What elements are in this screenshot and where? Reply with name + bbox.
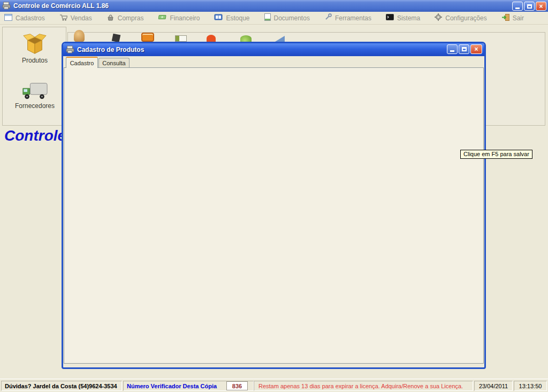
menu-sair[interactable]: Sair [501, 14, 524, 22]
status-date: 23/04/2011 [474, 381, 513, 391]
menu-compras[interactable]: Compras [106, 14, 144, 22]
status-time: 13:13:50 [514, 381, 547, 391]
maximize-button[interactable] [524, 2, 535, 11]
dialog-close-button[interactable]: × [470, 44, 482, 54]
wrench-icon [324, 13, 332, 22]
terminal-icon [386, 14, 394, 22]
toolbar-partial-icon [207, 35, 216, 42]
close-button[interactable]: × [536, 2, 546, 11]
money-icon [158, 14, 166, 22]
minimize-button[interactable] [512, 2, 523, 11]
book-icon [214, 14, 223, 22]
menu-ferramentas[interactable]: Ferramentas [324, 13, 371, 22]
menu-sistema[interactable]: Sistema [386, 14, 420, 22]
statusbar: Dúvidas? Jardel da Costa (54)9624-3534 N… [0, 379, 548, 392]
menubar: Cadastros Vendas Compras Financeiro Esto… [0, 12, 548, 25]
cadastro-produtos-dialog: Cadastro de Produtos × Cadastro Consulta… [62, 42, 486, 369]
toolbar-partial-icon [112, 34, 121, 43]
dialog-title: Cadastro de Produtos [77, 46, 144, 53]
tab-page-cadastro [64, 67, 484, 364]
tab-consulta[interactable]: Consulta [98, 58, 130, 68]
exit-icon [501, 14, 509, 22]
dialog-icon [66, 45, 74, 55]
basket-icon [106, 14, 115, 22]
dialog-maximize-button[interactable] [459, 44, 469, 54]
toolbar-partial-icon [240, 35, 252, 42]
menu-cadastros[interactable]: Cadastros [4, 14, 45, 22]
products-box-icon [22, 49, 47, 57]
salvar-tooltip: Clique em F5 para salvar [460, 150, 532, 159]
window-title: Controle de Comércio ALL 1.86 [13, 2, 109, 10]
menu-documentos[interactable]: Documentos [264, 13, 310, 22]
dialog-titlebar: Cadastro de Produtos × [63, 43, 484, 56]
form-icon [4, 14, 12, 22]
app-window: Controle de Comércio ALL 1.86 × Cadastro… [0, 0, 548, 392]
document-icon [264, 13, 271, 22]
main-titlebar: Controle de Comércio ALL 1.86 × [0, 0, 548, 12]
menu-configuracoes[interactable]: Configurações [435, 13, 486, 22]
toolbar-partial-icon [141, 33, 154, 42]
cart-icon [59, 14, 67, 22]
status-license-warning: Restam apenas 13 dias para expirar a lic… [254, 381, 473, 391]
sidebar-item-label: Fornecedores [5, 102, 64, 110]
menu-vendas[interactable]: Vendas [59, 14, 92, 22]
status-verifier: Número Verificador Desta Cópia 836 [123, 381, 254, 391]
sidebar-item-label: Produtos [5, 57, 64, 64]
verifier-value: 836 [226, 381, 248, 390]
sidebar-item-fornecedores[interactable]: Fornecedores [5, 81, 64, 110]
toolbar-partial-icon [74, 30, 85, 42]
sidebar-item-produtos[interactable]: Produtos [5, 30, 64, 64]
tab-cadastro[interactable]: Cadastro [66, 57, 98, 68]
dialog-minimize-button[interactable] [447, 44, 458, 54]
verifier-label: Número Verificador Desta Cópia [127, 383, 217, 389]
menu-estoque[interactable]: Estoque [214, 14, 249, 22]
menu-financeiro[interactable]: Financeiro [158, 14, 200, 22]
toolbar-partial-icon [175, 35, 187, 42]
gear-icon [435, 13, 442, 22]
status-support: Dúvidas? Jardel da Costa (54)9624-3534 [1, 381, 122, 391]
app-icon [2, 2, 11, 11]
truck-icon [21, 95, 48, 102]
